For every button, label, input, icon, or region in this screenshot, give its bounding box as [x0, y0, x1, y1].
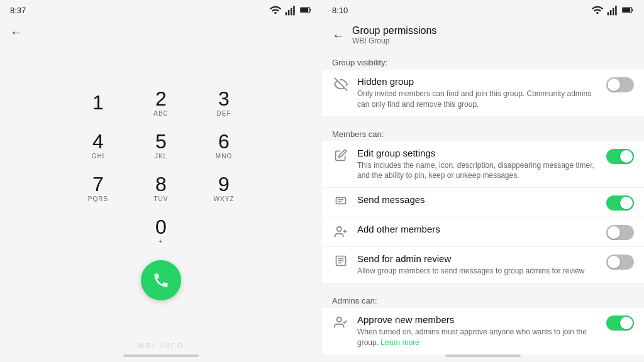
send-messages-text: Send messages	[357, 194, 599, 205]
hidden-group-title: Hidden group	[357, 76, 599, 87]
svg-rect-5	[301, 8, 309, 12]
dial-key-4[interactable]: 4GHI	[73, 127, 123, 165]
perm-item-send-messages: Send messages	[322, 188, 644, 217]
dialpad-area: 1 2ABC 3DEF 4GHI 5JKL 6MNO 7PQRS 8TUV 9W…	[0, 45, 322, 339]
approve-members-title: Approve new members	[357, 314, 599, 325]
toggle-knob	[620, 317, 633, 329]
right-status-icons	[591, 4, 634, 16]
call-button[interactable]	[141, 260, 181, 300]
section-label-members: Members can:	[322, 122, 644, 141]
dial-key-7[interactable]: 7PQRS	[73, 170, 123, 207]
permissions-content: Group visibility: Hidden group Only invi…	[322, 50, 644, 354]
perm-item-admin-review: Send for admin review Allow group member…	[322, 247, 644, 283]
svg-rect-3	[293, 6, 295, 15]
eye-off-icon	[332, 76, 350, 91]
phone-icon	[152, 272, 170, 289]
left-back-button[interactable]: ←	[10, 25, 23, 40]
page-title: Group permissions	[352, 25, 436, 36]
approve-members-toggle[interactable]	[606, 315, 634, 331]
dial-key-0[interactable]: 0+	[136, 212, 186, 250]
dial-key-1[interactable]: 1	[73, 84, 123, 122]
approve-members-text: Approve new members When turned on, admi…	[357, 314, 599, 348]
dial-key-5[interactable]: 5JKL	[136, 127, 186, 165]
svg-point-25	[337, 317, 341, 322]
right-status-bar: 8:10	[322, 0, 644, 20]
right-panel: 8:10 ← Group permissions WBI Group Group…	[322, 0, 644, 362]
edit-settings-text: Edit group settings This includes the na…	[357, 148, 599, 182]
svg-rect-15	[336, 198, 346, 204]
approve-member-icon	[332, 314, 350, 329]
svg-rect-2	[291, 8, 292, 16]
learn-more-link[interactable]: Learn more	[380, 338, 419, 347]
wifi-icon	[269, 4, 282, 16]
svg-rect-12	[623, 8, 631, 12]
left-panel: 8:37 ← 1 2ABC 3DEF 4GHI 5JKL	[0, 0, 322, 362]
right-time: 8:10	[332, 6, 348, 15]
dial-key-9[interactable]: 9WXYZ	[199, 170, 249, 207]
add-members-toggle[interactable]	[606, 225, 634, 240]
battery-icon-right	[621, 4, 634, 16]
svg-rect-6	[310, 9, 311, 11]
add-members-text: Add other members	[357, 224, 599, 234]
left-header-bar: ←	[0, 20, 322, 45]
dial-key-3[interactable]: 3DEF	[199, 84, 249, 122]
signal-icon	[284, 4, 297, 16]
signal-icon-right	[606, 4, 619, 16]
right-back-button[interactable]: ←	[332, 28, 345, 43]
toggle-knob	[620, 197, 633, 209]
hidden-group-text: Hidden group Only invited members can fi…	[357, 76, 599, 110]
admin-review-text: Send for admin review Allow group member…	[357, 253, 599, 277]
section-label-admins: Admins can:	[322, 288, 644, 308]
toggle-knob	[620, 150, 633, 163]
approve-members-desc: When turned on, admins must approve anyo…	[357, 327, 599, 348]
dial-key-8[interactable]: 8TUV	[136, 170, 186, 207]
left-time: 8:37	[10, 6, 26, 15]
admin-review-desc: Allow group members to send messages to …	[357, 266, 599, 277]
svg-rect-13	[632, 9, 633, 11]
svg-rect-8	[610, 10, 612, 15]
toggle-knob	[608, 79, 620, 91]
call-button-row	[141, 260, 181, 300]
battery-icon	[299, 4, 312, 16]
admin-review-title: Send for admin review	[357, 253, 599, 264]
divider-1	[322, 117, 644, 122]
right-home-indicator	[445, 354, 521, 357]
admin-review-toggle[interactable]	[606, 255, 634, 270]
home-indicator	[123, 354, 199, 357]
wifi-icon-right	[591, 4, 604, 16]
right-header-bar: ← Group permissions WBI Group	[322, 20, 644, 50]
divider-2	[322, 283, 644, 288]
svg-rect-7	[608, 12, 609, 15]
pencil-icon	[332, 148, 350, 162]
send-messages-title: Send messages	[357, 194, 599, 205]
chat-icon	[332, 194, 350, 208]
perm-item-hidden-group: Hidden group Only invited members can fi…	[322, 70, 644, 117]
svg-rect-10	[615, 6, 617, 15]
left-status-icons	[269, 4, 312, 16]
perm-item-add-members: Add other members	[322, 217, 644, 247]
section-label-visibility: Group visibility:	[322, 50, 644, 70]
admin-review-icon	[332, 253, 350, 267]
svg-rect-9	[613, 8, 614, 16]
add-member-icon	[332, 224, 350, 239]
svg-rect-1	[288, 10, 290, 15]
left-status-bar: 8:37	[0, 0, 322, 20]
send-messages-toggle[interactable]	[606, 195, 634, 211]
dial-key-2[interactable]: 2ABC	[136, 84, 186, 122]
perm-item-edit-settings: Edit group settings This includes the na…	[322, 141, 644, 189]
svg-point-18	[337, 227, 341, 231]
edit-settings-title: Edit group settings	[357, 148, 599, 158]
dialpad-grid: 1 2ABC 3DEF 4GHI 5JKL 6MNO 7PQRS 8TUV 9W…	[73, 84, 249, 250]
right-title-block: Group permissions WBI Group	[352, 25, 436, 45]
toggle-knob	[608, 256, 620, 268]
hidden-group-desc: Only invited members can find and join t…	[357, 89, 599, 110]
edit-settings-toggle[interactable]	[606, 149, 634, 164]
dial-key-6[interactable]: 6MNO	[199, 127, 249, 165]
hidden-group-toggle[interactable]	[606, 77, 634, 92]
page-subtitle: WBI Group	[352, 36, 436, 45]
edit-settings-desc: This includes the name, icon, descriptio…	[357, 160, 599, 182]
add-members-title: Add other members	[357, 224, 599, 234]
perm-item-approve-members: Approve new members When turned on, admi…	[322, 308, 644, 354]
toggle-knob	[608, 226, 620, 239]
svg-rect-0	[286, 12, 287, 15]
